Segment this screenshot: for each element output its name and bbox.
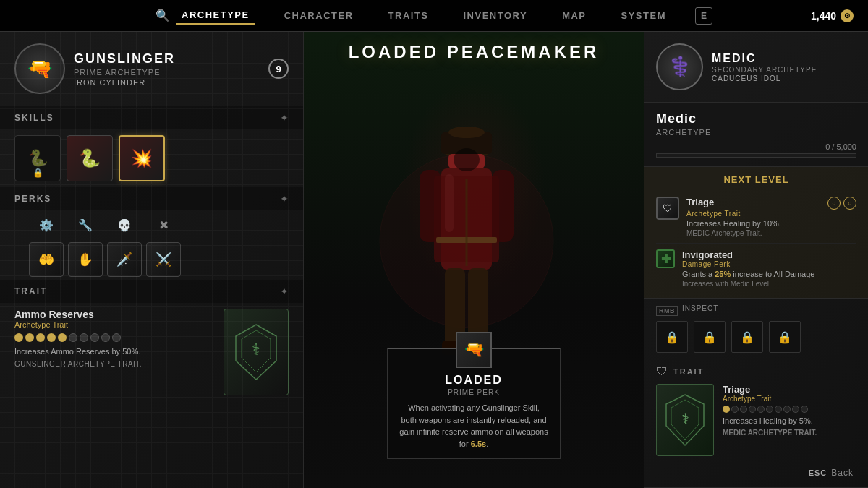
svg-point-6 <box>448 127 485 138</box>
gunslinger-info: GUNSLINGER PRIME ARCHETYPE IRON CYLINDER <box>74 51 260 87</box>
currency-amount: 1,440 <box>811 10 836 22</box>
rdot-4 <box>749 406 756 413</box>
currency-icon: ⊙ <box>841 9 854 22</box>
loaded-type: PRIME PERK <box>399 388 548 396</box>
medic-subtitle: SECONDARY ARCHETYPE <box>712 66 856 74</box>
loaded-popup: 🔫 LOADED PRIME PERK When activating any … <box>387 348 561 459</box>
perk-slot-1[interactable]: 🤲 <box>29 242 64 277</box>
gunslinger-item: IRON CYLINDER <box>74 78 260 87</box>
loaded-desc: When activating any Gunslinger Skill, bo… <box>399 402 548 450</box>
triage-btn-1[interactable]: ○ <box>827 197 841 210</box>
right-trait-card[interactable]: ⚕ <box>656 384 714 456</box>
inspect-slot-1[interactable]: 🔒 <box>656 321 688 353</box>
invigorated-tag: Damage Perk <box>682 260 856 268</box>
rmb-label: RMB <box>656 306 678 316</box>
trait-item-invigorated[interactable]: ✚ Invigorated Damage Perk Grants a 25% i… <box>656 244 856 294</box>
nav-character[interactable]: CHARACTER <box>278 7 359 24</box>
perks-label-text: PERKS <box>14 194 280 204</box>
invigorated-name: Invigorated <box>682 249 856 260</box>
nav-items: ARCHETYPE CHARACTER TRAITS INVENTORY MAP… <box>176 7 712 25</box>
skills-section-icon: ✦ <box>280 112 289 124</box>
rdot-6 <box>766 406 773 413</box>
triage-btn-2[interactable]: ○ <box>843 197 856 210</box>
next-level-title: Next Level <box>656 174 856 185</box>
nav-inventory[interactable]: INVENTORY <box>458 7 534 24</box>
right-trait-info: Triage Archetype Trait Incre <box>723 384 856 437</box>
nav-map[interactable]: MAP <box>556 7 592 24</box>
inspect-slots: 🔒 🔒 🔒 🔒 <box>656 321 856 353</box>
trait-card[interactable]: ⚕ <box>224 309 289 395</box>
medic-info: MEDIC SECONDARY ARCHETYPE CADUCEUS IDOL <box>712 52 856 82</box>
trait-item-triage[interactable]: 🛡 Triage ○ ○ Archetype Trait Increases H… <box>656 191 856 244</box>
xp-bar-container: 0 / 5,000 <box>656 142 856 158</box>
invigorated-source: Increases with Medic Level <box>682 280 856 288</box>
skill-slot-2[interactable]: 🐍 <box>67 135 113 181</box>
nav-archetype[interactable]: ARCHETYPE <box>176 7 255 25</box>
trait-header-icon: 🛡 <box>656 365 668 378</box>
trait-info: Ammo Reserves Archetype Trait Increases … <box>14 309 212 368</box>
main-content: 🔫 GUNSLINGER PRIME ARCHETYPE IRON CYLIND… <box>0 32 868 488</box>
dot-8 <box>90 333 99 342</box>
skill-level-badge: 9 <box>268 59 289 79</box>
right-trait-name: Triage <box>723 384 856 395</box>
rdot-2 <box>731 406 739 413</box>
invigorated-desc: Grants a 25% increase to All Damage <box>682 270 856 278</box>
dot-6 <box>69 333 77 342</box>
rdot-1 <box>723 406 730 413</box>
invigorated-content: Invigorated Damage Perk Grants a 25% inc… <box>682 249 856 288</box>
skill-slot-3[interactable]: 💥 <box>119 135 165 181</box>
perk-icon-3: 💀 <box>107 213 142 236</box>
triage-icon: 🛡 <box>656 197 679 220</box>
currency-display: 1,440 ⊙ <box>811 9 854 22</box>
svg-rect-10 <box>420 170 441 242</box>
dot-3 <box>36 333 45 342</box>
perks-section-icon: ✦ <box>280 193 289 205</box>
skills-label-text: SKILLS <box>14 113 280 123</box>
nav-traits[interactable]: TRAITS <box>383 7 435 24</box>
nav-system[interactable]: SYSTEM <box>616 7 672 24</box>
svg-point-18 <box>454 148 480 171</box>
xp-label: 0 / 5,000 <box>656 142 856 151</box>
skill-slot-1[interactable]: 🐍 🔒 <box>14 135 61 181</box>
rdot-9 <box>792 406 799 413</box>
inspect-slot-4[interactable]: 🔒 <box>769 321 801 353</box>
e-button[interactable]: E <box>695 7 712 25</box>
svg-text:⚕: ⚕ <box>681 411 689 427</box>
center-panel: LOADED PEACEMAKER <box>304 32 644 488</box>
inspect-slot-2[interactable]: 🔒 <box>694 321 726 353</box>
trait-section: Ammo Reserves Archetype Trait Increases … <box>0 303 303 488</box>
triage-desc: Increases Healing by 10%. <box>686 219 856 228</box>
back-key: ESC <box>809 468 827 477</box>
rdot-5 <box>757 406 765 413</box>
rdot-8 <box>783 406 791 413</box>
gunslinger-name: GUNSLINGER <box>74 51 260 67</box>
trait-section-label: TRAIT ✦ <box>0 280 303 303</box>
medic-header: ⚕️ MEDIC SECONDARY ARCHETYPE CADUCEUS ID… <box>644 32 868 103</box>
back-button[interactable]: ESC Back <box>809 468 854 478</box>
medic-name: MEDIC <box>712 52 856 65</box>
perk-slot-4[interactable]: ⚔️ <box>146 242 181 277</box>
right-info: Medic Archetype 0 / 5,000 <box>644 103 868 167</box>
right-sub: Archetype <box>656 128 856 137</box>
perk-slot-2[interactable]: ✋ <box>68 242 103 277</box>
inspect-slot-3[interactable]: 🔒 <box>731 321 763 353</box>
character-viewport: 🔫 LOADED PRIME PERK When activating any … <box>304 65 644 488</box>
trait-section-icon: ✦ <box>280 286 289 297</box>
left-panel: 🔫 GUNSLINGER PRIME ARCHETYPE IRON CYLIND… <box>0 32 304 488</box>
xp-bar-bg <box>656 153 856 158</box>
inspect-label: Inspect <box>682 304 718 312</box>
perks-section-label: PERKS ✦ <box>0 187 303 210</box>
trait-label-text: TRAIT <box>14 286 280 296</box>
search-icon[interactable]: 🔍 <box>156 9 170 22</box>
dot-10 <box>112 333 121 342</box>
gunslinger-subtitle: PRIME ARCHETYPE <box>74 68 260 77</box>
triage-name: Triage <box>686 197 714 210</box>
gunslinger-icon[interactable]: 🔫 <box>14 43 65 94</box>
invigorated-icon: ✚ <box>656 249 675 268</box>
svg-rect-19 <box>445 174 454 232</box>
medic-icon[interactable]: ⚕️ <box>656 43 703 90</box>
perk-icon-1: ⚙️ <box>29 213 64 236</box>
right-trait-dots <box>723 406 856 413</box>
perk-slot-3[interactable]: 🗡️ <box>107 242 142 277</box>
triage-name-row: Triage ○ ○ <box>686 197 856 210</box>
